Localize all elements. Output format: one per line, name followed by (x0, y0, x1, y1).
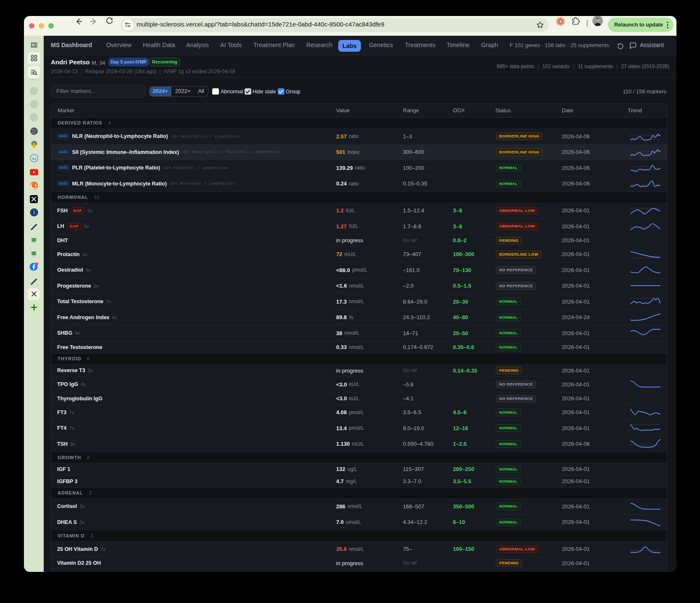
svg-text:ita: ita (32, 156, 36, 161)
svg-text:$: $ (33, 252, 35, 255)
svg-text:$: $ (33, 238, 35, 242)
svg-text:$: $ (33, 210, 35, 215)
